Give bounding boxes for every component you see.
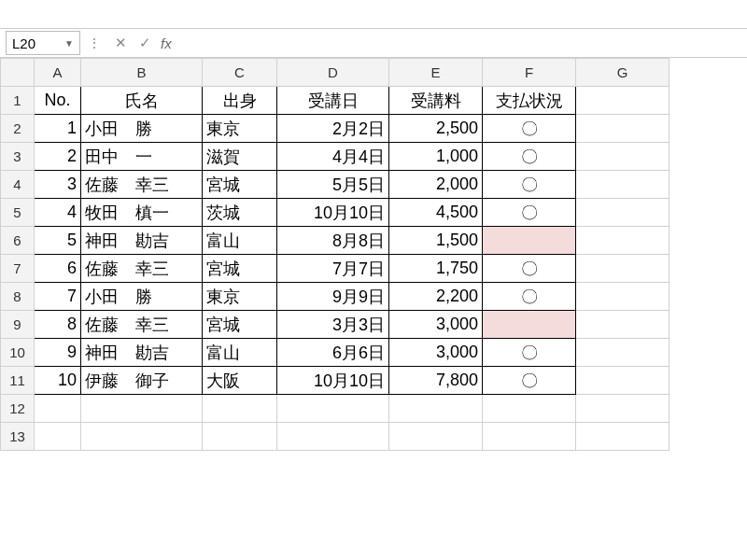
cell[interactable]: 小田 勝 [81, 283, 203, 311]
table-header-cell[interactable]: No. [35, 87, 81, 115]
cell[interactable]: 〇 [483, 199, 576, 227]
cell[interactable] [576, 339, 669, 367]
row-header[interactable]: 3 [1, 143, 35, 171]
table-header-cell[interactable]: 支払状況 [483, 87, 576, 115]
cell[interactable] [576, 87, 669, 115]
cell[interactable]: 10 [35, 367, 81, 395]
cell[interactable]: 富山 [203, 339, 277, 367]
col-header-G[interactable]: G [576, 59, 669, 87]
cell[interactable] [483, 227, 576, 255]
cell[interactable]: 2月2日 [277, 115, 389, 143]
row-header[interactable]: 12 [1, 395, 35, 423]
cell[interactable]: 佐藤 幸三 [81, 171, 203, 199]
cell[interactable]: 3,000 [389, 339, 483, 367]
formula-input[interactable] [176, 31, 747, 55]
cell[interactable]: 〇 [483, 143, 576, 171]
cell[interactable] [35, 395, 81, 423]
cell[interactable]: 4,500 [389, 199, 483, 227]
cell[interactable]: 10月10日 [277, 367, 389, 395]
row-header[interactable]: 5 [1, 199, 35, 227]
cell[interactable]: 2 [35, 143, 81, 171]
cell[interactable] [483, 395, 576, 423]
cell[interactable]: 田中 一 [81, 143, 203, 171]
cell[interactable]: 1,000 [389, 143, 483, 171]
cell[interactable] [483, 423, 576, 451]
cell[interactable] [576, 199, 669, 227]
cell[interactable]: 10月10日 [277, 199, 389, 227]
cell[interactable]: 7 [35, 283, 81, 311]
cell[interactable]: 9月9日 [277, 283, 389, 311]
cell[interactable]: 1,500 [389, 227, 483, 255]
cell[interactable]: 7月7日 [277, 255, 389, 283]
cell[interactable]: 7,800 [389, 367, 483, 395]
cell[interactable]: 6 [35, 255, 81, 283]
cell[interactable]: 2,200 [389, 283, 483, 311]
row-header[interactable]: 1 [1, 87, 35, 115]
cell[interactable] [576, 143, 669, 171]
cell[interactable]: 2,000 [389, 171, 483, 199]
cell[interactable]: 3 [35, 171, 81, 199]
cell[interactable]: 5 [35, 227, 81, 255]
cell[interactable]: 1 [35, 115, 81, 143]
cell[interactable]: 宮城 [203, 171, 277, 199]
cell[interactable] [576, 115, 669, 143]
row-header[interactable]: 2 [1, 115, 35, 143]
cell[interactable] [81, 395, 203, 423]
cell[interactable]: 佐藤 幸三 [81, 311, 203, 339]
chevron-down-icon[interactable]: ▼ [64, 38, 74, 49]
cell[interactable]: 神田 勘吉 [81, 227, 203, 255]
cell[interactable]: 茨城 [203, 199, 277, 227]
table-header-cell[interactable]: 受講日 [277, 87, 389, 115]
cell[interactable]: 小田 勝 [81, 115, 203, 143]
confirm-icon[interactable]: ✓ [133, 35, 157, 51]
row-header[interactable]: 7 [1, 255, 35, 283]
cell[interactable] [203, 395, 277, 423]
cell[interactable] [389, 423, 483, 451]
cell[interactable] [483, 311, 576, 339]
cell[interactable] [389, 395, 483, 423]
row-header[interactable]: 4 [1, 171, 35, 199]
cell[interactable]: 5月5日 [277, 171, 389, 199]
cell[interactable]: 伊藤 御子 [81, 367, 203, 395]
cell[interactable] [35, 423, 81, 451]
cell[interactable] [576, 227, 669, 255]
cell[interactable]: 3月3日 [277, 311, 389, 339]
cell[interactable]: 〇 [483, 171, 576, 199]
cell[interactable]: 〇 [483, 255, 576, 283]
cancel-icon[interactable]: ✕ [108, 35, 133, 51]
cell[interactable]: 〇 [483, 339, 576, 367]
col-header-F[interactable]: F [483, 59, 576, 87]
cell[interactable]: 9 [35, 339, 81, 367]
cell[interactable] [277, 423, 389, 451]
cell[interactable] [203, 423, 277, 451]
table-header-cell[interactable]: 受講料 [389, 87, 483, 115]
cell[interactable]: 宮城 [203, 311, 277, 339]
cell[interactable]: 東京 [203, 115, 277, 143]
row-header[interactable]: 8 [1, 283, 35, 311]
col-header-C[interactable]: C [203, 59, 277, 87]
table-header-cell[interactable]: 氏名 [81, 87, 203, 115]
cell[interactable]: 神田 勘吉 [81, 339, 203, 367]
cell[interactable]: 6月6日 [277, 339, 389, 367]
spreadsheet-grid[interactable]: A B C D E F G 1No.氏名出身受講日受講料支払状況21小田 勝東京… [0, 58, 669, 451]
col-header-A[interactable]: A [35, 59, 81, 87]
cell[interactable]: 〇 [483, 115, 576, 143]
row-header[interactable]: 11 [1, 367, 35, 395]
cell[interactable]: 3,000 [389, 311, 483, 339]
col-header-D[interactable]: D [277, 59, 389, 87]
cell[interactable]: 〇 [483, 283, 576, 311]
cell[interactable]: 2,500 [389, 115, 483, 143]
cell[interactable]: 1,750 [389, 255, 483, 283]
cell[interactable]: 大阪 [203, 367, 277, 395]
fx-icon[interactable]: fx [161, 35, 172, 51]
cell[interactable]: 滋賀 [203, 143, 277, 171]
cell[interactable]: 宮城 [203, 255, 277, 283]
cell[interactable] [576, 255, 669, 283]
row-header[interactable]: 6 [1, 227, 35, 255]
name-box[interactable]: L20 ▼ [6, 31, 80, 55]
cell[interactable]: 牧田 槙一 [81, 199, 203, 227]
expand-dots-icon[interactable]: ⋮ [80, 35, 108, 50]
cell[interactable]: 8 [35, 311, 81, 339]
row-header[interactable]: 10 [1, 339, 35, 367]
cell[interactable] [576, 395, 669, 423]
